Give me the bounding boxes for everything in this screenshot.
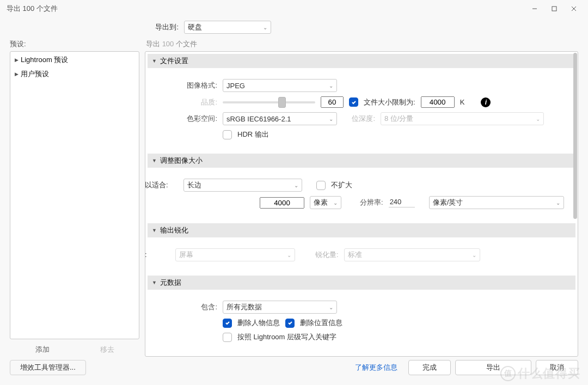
section-title: 元数据 (160, 278, 181, 288)
scrollbar[interactable] (573, 53, 577, 355)
plugin-manager-button[interactable]: 增效工具管理器... (10, 360, 86, 375)
presets-list[interactable]: ▶ Lightroom 预设 ▶ 用户预设 (10, 51, 139, 339)
remove-person-label: 删除人物信息 (237, 318, 280, 328)
chevron-down-icon: ⌄ (536, 116, 540, 122)
hdr-output-label: HDR 输出 (237, 130, 269, 139)
resolution-unit-value: 像素/英寸 (433, 198, 463, 207)
write-keywords-label: 按照 Lightroom 层级写入关键字 (237, 332, 336, 342)
scrollbar-thumb[interactable] (573, 53, 577, 219)
section-title: 调整图像大小 (160, 156, 203, 166)
remove-person-checkbox[interactable] (223, 319, 232, 328)
sharpen-amount-label: 锐化量: (301, 250, 339, 260)
resolution-label: 分辨率: (360, 198, 383, 207)
export-count-header: 导出 100 个文件 (145, 39, 578, 49)
sharpen-for-select: 屏幕 ⌄ (175, 248, 295, 261)
dont-enlarge-checkbox[interactable] (316, 181, 326, 190)
section-sharpen-header[interactable]: ▼ 输出锐化 (148, 223, 575, 237)
section-file-settings-header[interactable]: ▼ 文件设置 (148, 54, 575, 68)
triangle-right-icon: ▶ (15, 57, 19, 63)
limit-size-input[interactable] (421, 96, 455, 108)
bit-depth-select: 8 位/分量 ⌄ (381, 112, 544, 125)
section-title: 输出锐化 (160, 225, 188, 235)
resize-fit-value: 长边 (187, 180, 201, 190)
quality-label: 品质: (156, 97, 217, 107)
close-button[interactable] (564, 2, 584, 15)
metadata-include-select[interactable]: 所有元数据 ⌄ (223, 301, 337, 314)
preset-remove-button[interactable]: 移去 (75, 343, 139, 357)
resize-fit-label: 调整大小以适合: (145, 180, 168, 190)
sharpen-for-value: 屏幕 (179, 250, 193, 260)
chevron-down-icon: ⌄ (329, 83, 333, 89)
write-keywords-checkbox[interactable] (223, 333, 232, 342)
hdr-output-checkbox[interactable] (223, 130, 232, 139)
export-to-value: 硬盘 (188, 22, 202, 32)
window-title: 导出 100 个文件 (4, 4, 525, 14)
export-to-select[interactable]: 硬盘 ⌄ (184, 21, 271, 34)
triangle-down-icon: ▼ (152, 228, 157, 233)
metadata-include-label: 包含: (156, 302, 217, 312)
preset-item-lightroom[interactable]: ▶ Lightroom 预设 (10, 53, 139, 67)
sharpen-amount-value: 标准 (348, 250, 362, 260)
color-space-label: 色彩空间: (156, 114, 217, 124)
color-space-value: sRGB IEC61966-2.1 (226, 115, 291, 123)
triangle-right-icon: ▶ (15, 71, 19, 77)
limit-size-checkbox[interactable] (349, 97, 358, 107)
svg-rect-0 (552, 7, 556, 11)
image-format-value: JPEG (226, 82, 245, 90)
resolution-input[interactable] (389, 198, 415, 207)
chevron-down-icon: ⌄ (263, 25, 267, 30)
info-icon[interactable]: i (481, 97, 491, 107)
export-button[interactable]: 导出 (455, 360, 531, 375)
image-format-label: 图像格式: (156, 81, 217, 90)
maximize-button[interactable] (544, 2, 564, 15)
presets-label: 预设: (10, 39, 139, 49)
remove-location-checkbox[interactable] (285, 319, 295, 328)
minimize-button[interactable] (525, 2, 544, 15)
chevron-down-icon: ⌄ (294, 182, 298, 188)
triangle-down-icon: ▼ (152, 280, 157, 285)
dont-enlarge-label: 不扩大 (331, 180, 352, 190)
section-title: 文件设置 (160, 56, 188, 66)
titlebar: 导出 100 个文件 (0, 0, 588, 17)
section-resize-header[interactable]: ▼ 调整图像大小 (148, 154, 575, 168)
metadata-include-value: 所有元数据 (226, 302, 262, 312)
chevron-down-icon: ⌄ (287, 252, 291, 258)
quality-slider[interactable] (223, 97, 315, 108)
preset-add-button[interactable]: 添加 (10, 343, 75, 357)
sharpen-for-label: 锐化对象: (145, 250, 147, 260)
cancel-button[interactable]: 取消 (536, 360, 578, 375)
preset-item-user[interactable]: ▶ 用户预设 (10, 67, 139, 81)
sharpen-amount-select: 标准 ⌄ (344, 248, 480, 261)
section-metadata-header[interactable]: ▼ 元数据 (148, 276, 575, 290)
bit-depth-label: 位深度: (342, 114, 375, 124)
limit-size-unit: K (460, 98, 465, 106)
limit-size-label: 文件大小限制为: (364, 97, 415, 107)
resize-fit-select[interactable]: 长边 ⌄ (183, 179, 302, 192)
preset-item-label: 用户预设 (21, 69, 49, 79)
resize-size-input[interactable] (260, 197, 304, 209)
resize-unit-select[interactable]: 像素 ⌄ (310, 196, 341, 209)
remove-location-label: 删除位置信息 (300, 318, 342, 328)
resize-unit-value: 像素 (314, 198, 328, 207)
chevron-down-icon: ⌄ (333, 200, 338, 206)
bit-depth-value: 8 位/分量 (384, 114, 413, 124)
done-button[interactable]: 完成 (408, 360, 451, 375)
quality-input[interactable] (321, 96, 344, 108)
chevron-down-icon: ⌄ (472, 252, 476, 258)
learn-more-link[interactable]: 了解更多信息 (355, 363, 397, 372)
color-space-select[interactable]: sRGB IEC61966-2.1 ⌄ (223, 112, 337, 125)
export-to-label: 导出到: (146, 22, 179, 32)
triangle-down-icon: ▼ (152, 158, 157, 163)
preset-item-label: Lightroom 预设 (21, 55, 68, 65)
chevron-down-icon: ⌄ (329, 116, 333, 122)
image-format-select[interactable]: JPEG ⌄ (223, 79, 337, 92)
triangle-down-icon: ▼ (152, 58, 157, 64)
resolution-unit-select[interactable]: 像素/英寸 ⌄ (429, 196, 564, 209)
chevron-down-icon: ⌄ (329, 304, 333, 310)
chevron-down-icon: ⌄ (556, 200, 560, 206)
